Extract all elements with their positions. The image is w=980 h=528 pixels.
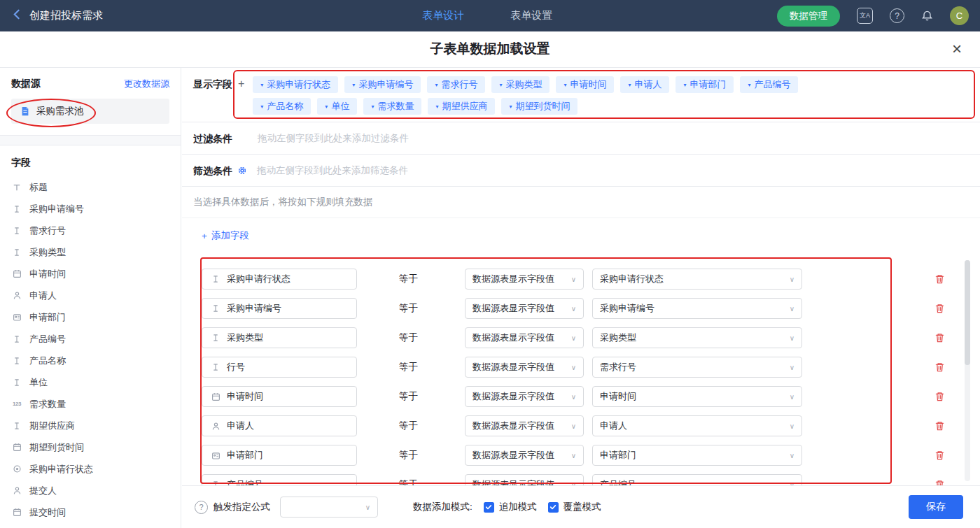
rule-source-select[interactable]: 数据源表显示字段值∨ bbox=[465, 474, 584, 485]
rule-field-box[interactable]: 申请人 bbox=[202, 415, 357, 436]
sidebar-field-item[interactable]: 期望供应商 bbox=[11, 415, 169, 436]
avatar[interactable]: C bbox=[950, 6, 969, 25]
trash-icon[interactable] bbox=[934, 479, 945, 485]
rule-field-box[interactable]: 采购申请行状态 bbox=[202, 269, 357, 290]
sidebar-field-item[interactable]: 产品名称 bbox=[11, 350, 169, 371]
formula-label: 触发指定公式 bbox=[214, 501, 270, 513]
sidebar-field-item[interactable]: 提交人 bbox=[11, 480, 169, 501]
display-field-tag[interactable]: ▾采购类型 bbox=[491, 76, 550, 93]
sidebar-field-item[interactable]: 采购申请编号 bbox=[11, 198, 169, 220]
rule-field-box[interactable]: 申请部门 bbox=[202, 445, 357, 466]
trash-icon[interactable] bbox=[934, 362, 945, 373]
datasource-item[interactable]: 采购需求池 bbox=[11, 99, 169, 124]
rule-field-box[interactable]: 行号 bbox=[202, 357, 357, 378]
sift-label: 筛选条件 bbox=[193, 162, 232, 180]
data-manage-button[interactable]: 数据管理 bbox=[777, 6, 840, 27]
rule-target-select[interactable]: 采购类型∨ bbox=[592, 327, 802, 348]
display-field-tag[interactable]: ▾需求行号 bbox=[427, 76, 485, 93]
chevron-down-icon: ∨ bbox=[571, 452, 576, 459]
rule-source-select[interactable]: 数据源表显示字段值∨ bbox=[465, 386, 584, 407]
rules-scrollbar[interactable] bbox=[965, 260, 970, 481]
trash-icon[interactable] bbox=[934, 273, 945, 285]
dept-icon bbox=[210, 451, 221, 460]
display-field-tag[interactable]: ▾产品编号 bbox=[740, 76, 798, 93]
sidebar-field-item[interactable]: 需求行号 bbox=[11, 220, 169, 241]
rule-source-select[interactable]: 数据源表显示字段值∨ bbox=[465, 298, 584, 319]
radio-icon bbox=[11, 464, 22, 473]
trash-icon[interactable] bbox=[934, 391, 945, 402]
sidebar-field-item[interactable]: 123需求数量 bbox=[11, 393, 169, 415]
close-button[interactable]: × bbox=[952, 39, 962, 59]
formula-select[interactable]: ∨ bbox=[280, 497, 378, 518]
formula-help-icon[interactable]: ? bbox=[195, 501, 208, 514]
sidebar-field-item[interactable]: 申请部门 bbox=[11, 306, 169, 328]
display-fields-row: 显示字段 + ▾采购申请行状态▾采购申请编号▾需求行号▾采购类型▾申请时间▾申请… bbox=[182, 68, 980, 122]
display-field-tag[interactable]: ▾期望到货时间 bbox=[501, 98, 578, 115]
tab-form-settings[interactable]: 表单设置 bbox=[510, 9, 552, 22]
trash-icon[interactable] bbox=[934, 303, 945, 314]
input-icon bbox=[210, 480, 221, 485]
overwrite-mode-checkbox[interactable]: 覆盖模式 bbox=[548, 501, 601, 513]
rule-source-select[interactable]: 数据源表显示字段值∨ bbox=[465, 415, 584, 436]
add-field-button[interactable]: + 添加字段 bbox=[202, 229, 249, 242]
help-icon[interactable]: ? bbox=[890, 8, 904, 23]
sidebar-field-item[interactable]: 产品编号 bbox=[11, 328, 169, 350]
display-field-tag[interactable]: ▾单位 bbox=[317, 98, 357, 115]
rule-field-box[interactable]: 采购申请编号 bbox=[202, 298, 357, 319]
sidebar-field-item[interactable]: 申请时间 bbox=[11, 263, 169, 285]
gear-icon[interactable] bbox=[237, 166, 247, 176]
back-button[interactable] bbox=[11, 8, 23, 23]
sift-condition-row[interactable]: 筛选条件 拖动左侧字段到此处来添加筛选条件 bbox=[182, 155, 980, 187]
chevron-down-icon: ∨ bbox=[571, 393, 576, 401]
sidebar-field-item[interactable]: 单位 bbox=[11, 371, 169, 393]
tab-form-design[interactable]: 表单设计 bbox=[422, 9, 464, 22]
display-field-tag[interactable]: ▾申请时间 bbox=[556, 76, 614, 93]
trash-icon[interactable] bbox=[934, 332, 945, 343]
field-label: 申请人 bbox=[29, 290, 57, 302]
rule-field-box[interactable]: 产品编号 bbox=[202, 474, 357, 485]
rule-operator: 等于 bbox=[399, 361, 428, 373]
display-field-tag[interactable]: ▾采购申请行状态 bbox=[253, 76, 338, 93]
rule-target-select[interactable]: 申请人∨ bbox=[592, 415, 802, 436]
sidebar-field-item[interactable]: 申请人 bbox=[11, 285, 169, 306]
rule-source-select[interactable]: 数据源表显示字段值∨ bbox=[465, 357, 584, 378]
sidebar-field-item[interactable]: 标题 bbox=[11, 176, 169, 198]
rule-field-box[interactable]: 采购类型 bbox=[202, 327, 357, 348]
sidebar-field-item[interactable]: 采购申请行状态 bbox=[11, 458, 169, 480]
rule-target-select[interactable]: 产品编号∨ bbox=[592, 474, 802, 485]
scrollbar-thumb[interactable] bbox=[965, 260, 970, 365]
display-field-tag[interactable]: ▾期望供应商 bbox=[428, 98, 495, 115]
trash-icon[interactable] bbox=[934, 450, 945, 461]
rule-target-select[interactable]: 申请时间∨ bbox=[592, 386, 802, 407]
rule-source-select[interactable]: 数据源表显示字段值∨ bbox=[465, 269, 584, 290]
sidebar-field-item[interactable]: 期望到货时间 bbox=[11, 436, 169, 458]
rule-source-select[interactable]: 数据源表显示字段值∨ bbox=[465, 445, 584, 466]
display-field-tag[interactable]: ▾需求数量 bbox=[363, 98, 421, 115]
datasource-header: 数据源 bbox=[11, 78, 41, 90]
rule-target-select[interactable]: 采购申请编号∨ bbox=[592, 298, 802, 319]
display-field-tag[interactable]: ▾采购申请编号 bbox=[344, 76, 421, 93]
rule-target-select[interactable]: 申请部门∨ bbox=[592, 445, 802, 466]
rule-target-select[interactable]: 需求行号∨ bbox=[592, 357, 802, 378]
bell-icon[interactable] bbox=[921, 10, 933, 22]
rule-source-select[interactable]: 数据源表显示字段值∨ bbox=[465, 327, 584, 348]
save-button[interactable]: 保存 bbox=[909, 495, 963, 519]
trash-icon[interactable] bbox=[934, 420, 945, 431]
display-field-tag[interactable]: ▾申请部门 bbox=[676, 76, 734, 93]
change-datasource-link[interactable]: 更改数据源 bbox=[124, 78, 169, 90]
rule-row: 产品编号等于数据源表显示字段值∨产品编号∨ bbox=[193, 470, 980, 485]
tags-line-1: ▾采购申请行状态▾采购申请编号▾需求行号▾采购类型▾申请时间▾申请人▾申请部门▾… bbox=[253, 76, 798, 93]
sidebar-divider bbox=[0, 136, 181, 145]
add-display-field-button[interactable]: + bbox=[238, 75, 244, 92]
rule-target-select[interactable]: 采购申请行状态∨ bbox=[592, 269, 802, 290]
rule-field-box[interactable]: 申请时间 bbox=[202, 386, 357, 407]
chevron-down-icon: ∨ bbox=[571, 276, 576, 283]
sidebar-field-item[interactable]: 采购类型 bbox=[11, 241, 169, 263]
display-field-tag[interactable]: ▾产品名称 bbox=[253, 98, 311, 115]
translate-icon[interactable]: 文A bbox=[857, 8, 873, 24]
sidebar-field-item[interactable]: 提交时间 bbox=[11, 501, 169, 523]
display-field-tag[interactable]: ▾申请人 bbox=[620, 76, 669, 93]
append-mode-checkbox[interactable]: 追加模式 bbox=[484, 501, 537, 513]
filter-condition-row[interactable]: 过滤条件 拖动左侧字段到此处来添加过滤条件 bbox=[182, 122, 980, 155]
rule-row: 申请部门等于数据源表显示字段值∨申请部门∨ bbox=[193, 441, 980, 470]
